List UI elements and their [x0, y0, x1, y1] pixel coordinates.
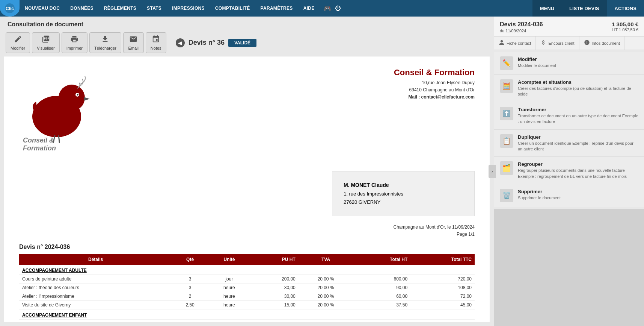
doc-ref-area: Devis 2024-036 du 11/09/2024: [500, 21, 543, 33]
table-row: Atelier : l'impressionnisme2heure30,0020…: [19, 292, 475, 301]
table-section-header: ACCOMPAGNEMENT ADULTE: [19, 265, 475, 275]
action-item-modifier[interactable]: ✏️ModifierModifier le document: [494, 52, 644, 75]
tab-encours-client[interactable]: Encours client: [536, 36, 579, 50]
company-info: Conseil & Formation 10,rue Jean Elysée D…: [394, 68, 475, 152]
doc-header: Conseil & Formation Conseil & Formation …: [19, 68, 475, 152]
action-item-dupliquer[interactable]: 📋DupliquerCréer un document identique Ex…: [494, 130, 644, 157]
action-item-regrouper[interactable]: 🗂️RegrouperRegrouper plusieurs documents…: [494, 157, 644, 184]
status-badge: VALIDÉ: [228, 39, 256, 47]
action-text: ModifierModifier le document: [518, 56, 556, 68]
action-item-supprimer[interactable]: 🗑️SupprimerSupprimer le document: [494, 184, 644, 207]
nav-aide[interactable]: AIDE: [298, 0, 320, 17]
col-details: Détails: [19, 254, 172, 265]
download-icon: [101, 35, 109, 45]
table-row: Visite du site de Giverny2,50heure15,002…: [19, 301, 475, 309]
client-name: M. MONET Claude: [344, 181, 463, 190]
svg-text:Clic: Clic: [6, 6, 14, 11]
prev-doc-button[interactable]: ◀: [176, 38, 185, 47]
doc-price-area: 1 305,00 € HT 1 087,50 €: [612, 21, 638, 32]
action-title: Regrouper: [518, 161, 638, 167]
nav-parametres[interactable]: PARAMÈTRES: [255, 0, 298, 17]
document-preview: Conseil & Formation Conseil & Formation …: [4, 56, 490, 322]
doc-date-line: Champagne au Mont d'Or, le 11/09/2024 Pa…: [19, 224, 475, 238]
email-button[interactable]: Email: [123, 32, 144, 53]
nav-right-group: MENU LISTE DEVIS ACTIONS: [532, 0, 644, 17]
row-unit: heure: [208, 284, 250, 292]
nav-impressions[interactable]: IMPRESSIONS: [167, 0, 210, 17]
row-puht: 15,00: [250, 301, 299, 309]
visualiser-button[interactable]: Visualiser: [32, 32, 60, 53]
telecharger-button[interactable]: Télécharger: [89, 32, 121, 53]
action-desc: Transformer ce document en un autre type…: [518, 113, 638, 125]
table-row: Atelier : théorie des couleurs3heure30,0…: [19, 284, 475, 292]
top-navigation: Clic NOUVEAU DOC DONNÉES RÈGLEMENTS STAT…: [0, 0, 644, 17]
imprimer-label: Imprimer: [66, 46, 83, 50]
doc-title: Devis n° 36: [189, 39, 225, 47]
clic-logo[interactable]: Clic: [0, 0, 20, 17]
action-title: Dupliquer: [518, 134, 638, 140]
modifier-icon: [14, 35, 22, 45]
action-desc: Regrouper plusieurs documents dans une n…: [518, 168, 638, 179]
row-puht: 30,00: [250, 284, 299, 292]
nav-nouveau-doc[interactable]: NOUVEAU DOC: [20, 0, 65, 17]
collapse-panel-button[interactable]: ›: [489, 165, 496, 178]
actions-button[interactable]: ACTIONS: [607, 0, 644, 17]
col-unit: Unité: [208, 254, 250, 265]
toolbar: Modifier Visualiser Imprimer: [0, 31, 494, 56]
row-tva: 20.00 %: [299, 301, 353, 309]
row-unit: jour: [208, 275, 250, 284]
doc-price-ttc: 1 305,00 €: [612, 21, 638, 27]
action-desc: Créer un document identique Exemple : re…: [518, 141, 638, 152]
nav-donnees[interactable]: DONNÉES: [65, 0, 98, 17]
row-qty: 2: [172, 292, 208, 301]
doc-price-ht: HT 1 087,50 €: [612, 27, 638, 32]
tab-fiche-contact-label: Fiche contact: [507, 41, 531, 45]
notes-icon: [152, 35, 160, 45]
section-title: ACCOMPAGNEMENT ADULTE: [19, 265, 475, 275]
liste-devis-button[interactable]: LISTE DEVIS: [562, 0, 606, 17]
action-item-acomptes-et-situations[interactable]: 🧮Acomptes et situationsCréer des facture…: [494, 75, 644, 102]
row-totalht: 37,50: [353, 301, 410, 309]
table-row: Cours de peinture adulte3jour200,0020.00…: [19, 275, 475, 284]
row-detail: Atelier : théorie des couleurs: [19, 284, 172, 292]
gamepad-icon[interactable]: 🎮: [324, 5, 331, 12]
power-icon[interactable]: ⏻: [335, 5, 341, 12]
row-tva: 20.00 %: [299, 292, 353, 301]
nav-reglements[interactable]: RÈGLEMENTS: [99, 0, 142, 17]
doc-ref-title: Devis 2024-036: [500, 21, 543, 28]
row-detail: Atelier : l'impressionnisme: [19, 292, 172, 301]
action-text: DupliquerCréer un document identique Exe…: [518, 134, 638, 152]
nav-icon-group: 🎮 ⏻: [320, 5, 345, 12]
email-icon: [129, 35, 137, 45]
row-qty: 3: [172, 275, 208, 284]
modifier-toolbar-button[interactable]: Modifier: [6, 32, 30, 53]
action-icon: ✏️: [500, 56, 513, 70]
tab-infos-document[interactable]: Infos document: [579, 36, 625, 50]
imprimer-button[interactable]: Imprimer: [62, 32, 87, 53]
modifier-label: Modifier: [11, 46, 25, 50]
action-text: Acomptes et situationsCréer des factures…: [518, 79, 638, 97]
telecharger-label: Télécharger: [94, 46, 116, 50]
row-qty: 2,50: [172, 301, 208, 309]
client-box: M. MONET Claude 1, rue des Impressionnis…: [332, 171, 475, 216]
company-address2: 69410 Champagne au Mont d'Or: [394, 86, 475, 94]
action-icon: 📋: [500, 134, 513, 148]
tab-fiche-contact[interactable]: Fiche contact: [494, 36, 536, 50]
nav-comptabilite[interactable]: COMPTABILITÉ: [210, 0, 255, 17]
col-totalht: Total HT: [353, 254, 410, 265]
action-item-transformer[interactable]: ⬆️TransformerTransformer ce document en …: [494, 102, 644, 130]
action-icon: 🧮: [500, 79, 513, 93]
notes-button[interactable]: Notes: [146, 32, 166, 53]
action-desc: Créer des factures d'acompte (ou de situ…: [518, 86, 638, 97]
svg-point-3: [59, 85, 85, 111]
right-panel: Devis 2024-036 du 11/09/2024 1 305,00 € …: [494, 17, 644, 209]
action-desc: Modifier le document: [518, 63, 556, 68]
menu-button[interactable]: MENU: [532, 0, 562, 17]
row-tva: 20.00 %: [299, 275, 353, 284]
company-logo-svg: [19, 68, 94, 143]
right-panel-wrapper: › Devis 2024-036 du 11/09/2024 1 305,00 …: [494, 17, 644, 326]
nav-stats[interactable]: STATS: [142, 0, 167, 17]
col-puht: PU HT: [250, 254, 299, 265]
page-number: Page 1/1: [19, 231, 475, 238]
right-panel-actions: ✏️ModifierModifier le document🧮Acomptes …: [494, 50, 644, 209]
